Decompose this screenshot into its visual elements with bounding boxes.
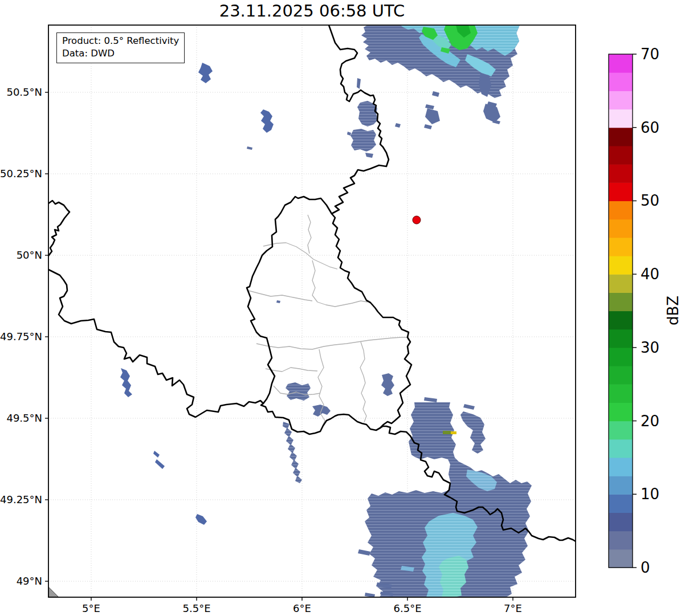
colorbar-tick-label: 60 (641, 119, 659, 136)
colorbar-tick-label: 70 (641, 46, 659, 63)
radar-echo (120, 368, 132, 397)
colorbar-segment (609, 182, 633, 201)
radar-echo (198, 63, 213, 83)
colorbar-tick-label: 10 (641, 486, 659, 503)
y-tick-label: 49.25°N (0, 493, 42, 505)
y-tick-label: 49°N (17, 575, 42, 587)
colorbar-segment (609, 348, 633, 366)
y-tick-label: 50.25°N (0, 168, 42, 180)
colorbar-segment (609, 476, 633, 495)
y-tick-label: 49.75°N (0, 331, 42, 342)
colorbar-segment (609, 274, 633, 293)
radar-echo (365, 593, 375, 597)
colorbar-segment (609, 549, 633, 568)
x-tick-label: 5.5°E (183, 602, 211, 614)
radar-echo (381, 373, 394, 396)
colorbar-segment (609, 54, 633, 73)
colorbar-segment (609, 128, 633, 146)
colorbar-segment (609, 439, 633, 458)
colorbar-segment (609, 292, 633, 311)
radar-figure: 5°E5.5°E6°E6.5°E7°E50.5°N50.25°N50°N49.7… (0, 0, 685, 616)
colorbar-tick-label: 0 (641, 559, 650, 576)
district-border (308, 215, 311, 254)
x-tick-label: 6°E (293, 602, 311, 614)
radar-echo (153, 451, 160, 458)
district-border (256, 337, 407, 349)
radar-echo (395, 123, 401, 128)
product-info-box: Product: 0.5° Reflectivity Data: DWD (56, 32, 185, 63)
radar-echo (443, 431, 451, 434)
radar-echo (347, 132, 351, 136)
colorbar: 010203040506070 (609, 46, 659, 576)
colorbar-segment (609, 458, 633, 476)
colorbar-tick-label: 30 (641, 339, 659, 356)
colorbar-segment (609, 384, 633, 403)
radar-echo (425, 104, 434, 109)
radar-echo (451, 431, 456, 434)
radar-echo (358, 549, 370, 556)
x-tick-label: 5°E (82, 602, 100, 614)
plot-title: 23.11.2025 06:58 UTC (48, 1, 576, 21)
radar-echo (365, 153, 373, 158)
district-border (248, 291, 312, 301)
district-border (360, 342, 366, 422)
map-corner-wedge (48, 587, 59, 597)
colorbar-segment (609, 201, 633, 219)
country-border (48, 201, 70, 256)
y-tick-label: 50.5°N (6, 86, 42, 98)
colorbar-segment (609, 109, 633, 128)
radar-echo-texture (350, 129, 376, 152)
radar-echo (247, 146, 252, 150)
y-tick-label: 50°N (17, 249, 42, 261)
colorbar-segment (609, 146, 633, 165)
colorbar-tick-label: 50 (641, 192, 659, 209)
radar-echo (195, 514, 207, 525)
colorbar-segment (609, 402, 633, 421)
radar-echo-texture (286, 382, 311, 401)
radar-echo-texture (283, 422, 302, 483)
colorbar-segment (609, 238, 633, 256)
radar-echo (276, 300, 280, 303)
radar-echo (424, 124, 432, 129)
colorbar-segment (609, 91, 633, 109)
radar-site-marker-layer (413, 216, 421, 224)
radar-echo (260, 109, 274, 133)
x-tick-label: 6.5°E (394, 602, 422, 614)
colorbar-segment (609, 512, 633, 531)
district-border (263, 243, 337, 269)
colorbar-segment (609, 164, 633, 183)
colorbar-segment (609, 366, 633, 385)
colorbar-unit-label: dBZ (664, 285, 682, 336)
radar-echo (463, 404, 475, 410)
data-source-line: Data: DWD (62, 47, 179, 60)
y-tick-label: 49.5°N (6, 412, 42, 424)
colorbar-segment (609, 494, 633, 513)
colorbar-segment (609, 329, 633, 348)
colorbar-segment (609, 219, 633, 238)
radar-echo (155, 459, 165, 469)
colorbar-segment (609, 421, 633, 440)
district-border (266, 368, 317, 372)
product-line: Product: 0.5° Reflectivity (62, 35, 179, 47)
colorbar-segment (609, 256, 633, 275)
radar-echo (357, 78, 361, 89)
radar-site-marker (413, 216, 421, 224)
colorbar-segment (609, 311, 633, 330)
colorbar-tick-label: 20 (641, 413, 659, 430)
country-border (48, 270, 263, 417)
colorbar-tick-label: 40 (641, 266, 659, 283)
radar-echo-texture (460, 411, 486, 454)
radar-echo (424, 397, 437, 402)
x-tick-label: 7°E (504, 602, 522, 614)
radar-map-canvas: 5°E5.5°E6°E6.5°E7°E50.5°N50.25°N50°N49.7… (0, 0, 685, 616)
colorbar-segment (609, 72, 633, 91)
colorbar-segment (609, 531, 633, 550)
country-border (247, 197, 411, 434)
